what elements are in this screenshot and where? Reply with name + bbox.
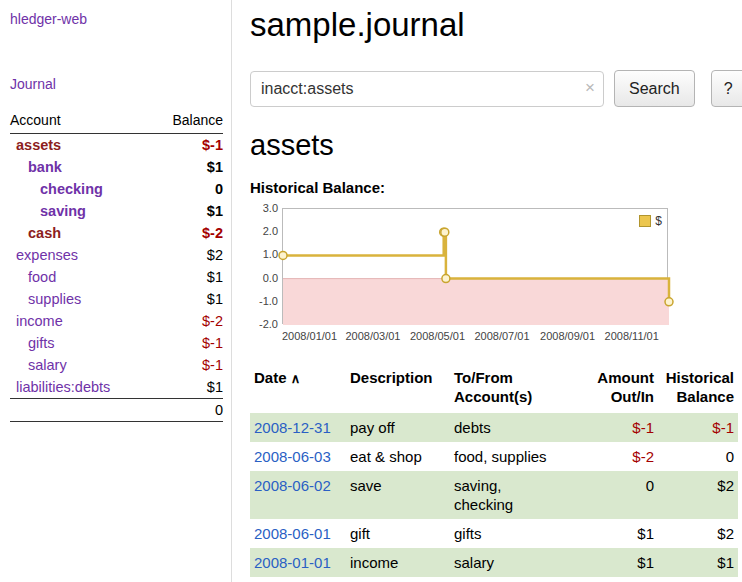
sort-ascending-icon: ∧	[291, 371, 301, 386]
search-input-wrap: ×	[250, 71, 604, 107]
transaction-accounts: saving, checking	[450, 471, 576, 519]
account-link-supplies[interactable]: supplies	[28, 291, 81, 307]
account-balance: $2	[152, 244, 223, 266]
search-button[interactable]: Search	[614, 70, 695, 107]
chart-plot-area: $	[282, 208, 668, 324]
chart-section-label: Historical Balance:	[250, 179, 742, 196]
transaction-description: pay off	[346, 413, 450, 442]
account-balance: $1	[152, 156, 223, 178]
transaction-balance: $2	[658, 471, 738, 519]
transaction-amount: $-1	[576, 413, 658, 442]
transaction-date-link[interactable]: 2008-01-01	[254, 554, 331, 571]
col-balance: Historical Balance	[658, 366, 738, 413]
account-balance: $-1	[152, 134, 223, 157]
chart-legend: $	[639, 214, 662, 228]
account-balance: $1	[152, 288, 223, 310]
account-link-saving[interactable]: saving	[40, 203, 86, 219]
accounts-col-balance: Balance	[152, 109, 223, 134]
app-title-link[interactable]: hledger-web	[10, 11, 87, 27]
accounts-total-row: 0	[10, 399, 223, 422]
col-amount: Amount Out/In	[576, 366, 658, 413]
transaction-date-link[interactable]: 2008-06-01	[254, 525, 331, 542]
register-row: 2008-12-31 pay off debts $-1 $-1	[250, 413, 738, 442]
account-link-bank[interactable]: bank	[28, 159, 62, 175]
account-row: expenses $2	[10, 244, 223, 266]
x-tick-label: 2008/05/01	[410, 330, 465, 342]
transaction-balance: 0	[658, 442, 738, 471]
y-tick-label: 1.0	[250, 248, 278, 260]
col-date[interactable]: Date ∧	[250, 366, 346, 413]
x-tick-label: 2008/03/01	[345, 330, 400, 342]
sidebar-item-journal[interactable]: Journal	[10, 76, 56, 92]
negative-region	[283, 279, 669, 325]
legend-swatch-icon	[639, 215, 651, 227]
account-link-gifts[interactable]: gifts	[28, 335, 55, 351]
account-heading: assets	[250, 129, 742, 162]
y-tick-label: -2.0	[250, 318, 278, 330]
account-row: food $1	[10, 266, 223, 288]
account-balance: $1	[152, 376, 223, 399]
account-balance: $-2	[152, 222, 223, 244]
register-row: 2008-06-02 save saving, checking 0 $2	[250, 471, 738, 519]
account-balance: $1	[152, 200, 223, 222]
historical-balance-chart: $ 3.02.01.00.0-1.0-2.02008/01/012008/03/…	[250, 202, 702, 348]
page-title: sample.journal	[250, 6, 742, 44]
account-row: salary $-1	[10, 354, 223, 376]
account-link-food[interactable]: food	[28, 269, 56, 285]
account-row: cash $-2	[10, 222, 223, 244]
transaction-description: eat & shop	[346, 442, 450, 471]
transaction-accounts: food, supplies	[450, 442, 576, 471]
transaction-date-link[interactable]: 2008-12-31	[254, 419, 331, 436]
x-tick-label: 2008/07/01	[474, 330, 529, 342]
accounts-col-account: Account	[10, 109, 152, 134]
account-link-liabilities-debts[interactable]: liabilities:debts	[16, 379, 110, 395]
y-tick-label: 2.0	[250, 225, 278, 237]
account-row: bank $1	[10, 156, 223, 178]
register-row: 2008-06-03 eat & shop food, supplies $-2…	[250, 442, 738, 471]
app-window: hledger-web Journal Account Balance asse…	[0, 0, 742, 582]
accounts-table: Account Balance assets $-1 bank $1 check…	[10, 109, 223, 422]
account-link-expenses[interactable]: expenses	[16, 247, 78, 263]
register-table: Date ∧ Description To/From Account(s) Am…	[250, 366, 738, 577]
transaction-amount: $1	[576, 548, 658, 577]
account-balance: $1	[152, 266, 223, 288]
account-balance: 0	[152, 178, 223, 200]
register-row: 2008-06-01 gift gifts $1 $2	[250, 519, 738, 548]
search-bar: × Search ?	[250, 70, 742, 107]
account-link-salary[interactable]: salary	[28, 357, 67, 373]
help-button[interactable]: ?	[711, 70, 742, 107]
y-tick-label: -1.0	[250, 295, 278, 307]
sidebar: hledger-web Journal Account Balance asse…	[0, 0, 232, 582]
search-input[interactable]	[250, 71, 604, 107]
transaction-date-link[interactable]: 2008-06-02	[254, 477, 331, 494]
transaction-balance: $-1	[658, 413, 738, 442]
transaction-amount: 0	[576, 471, 658, 519]
account-row: income $-2	[10, 310, 223, 332]
transaction-date-link[interactable]: 2008-06-03	[254, 448, 331, 465]
main-content: sample.journal × Search ? assets Histori…	[232, 0, 742, 582]
transaction-balance: $1	[658, 548, 738, 577]
account-balance: $-1	[152, 332, 223, 354]
account-row: supplies $1	[10, 288, 223, 310]
transaction-accounts: debts	[450, 413, 576, 442]
col-description: Description	[346, 366, 450, 413]
register-header-row: Date ∧ Description To/From Account(s) Am…	[250, 366, 738, 413]
data-point-marker	[441, 228, 449, 236]
transaction-balance: $2	[658, 519, 738, 548]
x-tick-label: 2008/09/01	[540, 330, 595, 342]
clear-search-icon[interactable]: ×	[585, 78, 595, 98]
account-balance: $-1	[152, 354, 223, 376]
transaction-amount: $-2	[576, 442, 658, 471]
account-link-income[interactable]: income	[16, 313, 63, 329]
transaction-accounts: gifts	[450, 519, 576, 548]
chart-plot-svg	[283, 209, 669, 325]
transaction-amount: $1	[576, 519, 658, 548]
col-accounts: To/From Account(s)	[450, 366, 576, 413]
transaction-description: save	[346, 471, 450, 519]
x-tick-label: 2008/01/01	[282, 330, 337, 342]
account-link-cash[interactable]: cash	[28, 225, 61, 241]
account-link-checking[interactable]: checking	[40, 181, 103, 197]
accounts-header-row: Account Balance	[10, 109, 223, 134]
account-row: liabilities:debts $1	[10, 376, 223, 399]
account-link-assets[interactable]: assets	[16, 137, 61, 153]
